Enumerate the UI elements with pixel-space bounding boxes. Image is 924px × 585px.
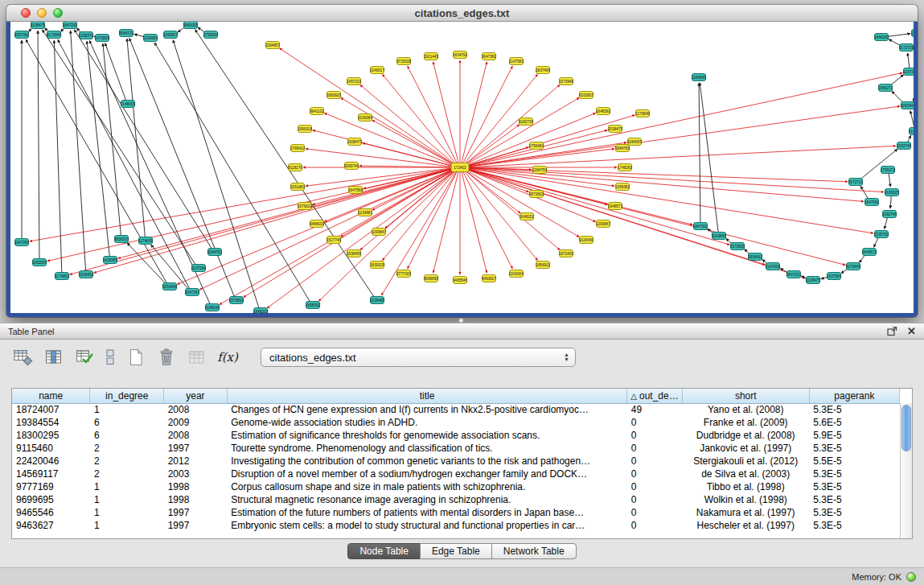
graph-node[interactable]: 1527746 (326, 237, 341, 244)
float-panel-icon[interactable] (887, 326, 897, 336)
graph-node[interactable]: 1647091 (864, 199, 879, 206)
graph-node[interactable]: 9384756 (615, 145, 630, 152)
graph-node[interactable]: 1947286 (14, 239, 29, 246)
tab-network-table[interactable]: Network Table (491, 543, 577, 559)
table-row[interactable]: 946362711997Embryonic stem cells: a mode… (12, 519, 900, 532)
graph-node[interactable]: 9102837 (579, 92, 593, 99)
tab-node-table[interactable]: Node Table (347, 543, 421, 559)
graph-node[interactable]: 9284055 (627, 138, 642, 146)
graph-node[interactable]: 1648392 (596, 108, 610, 115)
import-table-icon[interactable] (187, 348, 207, 367)
graph-node[interactable]: 9283746 (344, 163, 359, 170)
graph-node[interactable]: 2139485 (370, 297, 384, 304)
graph-node[interactable]: 1038475 (31, 22, 45, 29)
citation-graph[interactable]: 1724031834792192144597150382246017145723… (10, 22, 914, 313)
graph-node[interactable]: 1834792 (453, 51, 467, 59)
graph-node[interactable]: 9715038 (396, 58, 411, 65)
graph-node[interactable]: 2258370 (79, 32, 93, 39)
graph-node[interactable]: 1836492 (748, 253, 762, 261)
graph-node[interactable]: 2093746 (897, 142, 911, 150)
graph-node[interactable]: 2148305 (121, 101, 135, 108)
row-height-icon[interactable] (105, 348, 116, 367)
graph-node[interactable]: 1059382 (615, 183, 630, 191)
graph-node[interactable]: 1209384 (143, 35, 158, 42)
graph-node[interactable]: 1847566 (348, 187, 363, 194)
graph-node[interactable]: 9647201 (786, 271, 801, 278)
column-header-out_de[interactable]: △out_de… (627, 389, 682, 403)
graph-node[interactable]: 2242004 (509, 270, 524, 278)
graph-node[interactable]: 9699695 (424, 275, 438, 282)
graph-node[interactable]: 1573948 (559, 78, 573, 85)
column-header-pagerank[interactable]: pagerank (809, 389, 899, 403)
graph-node[interactable]: 2257259 (911, 30, 914, 37)
column-header-name[interactable]: name (12, 389, 90, 403)
graph-node[interactable]: 1847291 (63, 22, 77, 29)
graph-node[interactable]: 1846180 (874, 34, 889, 41)
graph-node[interactable]: 9481035 (183, 22, 198, 29)
graph-node[interactable]: 1172738 (909, 128, 914, 135)
graph-node[interactable]: 9641102 (310, 108, 324, 115)
table-row[interactable]: 1830029562008Estimation of significance … (12, 429, 900, 442)
tab-edge-table[interactable]: Edge Table (420, 543, 492, 559)
graph-node[interactable]: 1573820 (229, 297, 244, 304)
graph-node[interactable]: 9115460 (579, 237, 593, 244)
close-panel-icon[interactable]: ✕ (907, 327, 916, 336)
graph-node[interactable]: 1921445 (424, 53, 438, 60)
table-settings-icon[interactable] (13, 348, 34, 367)
graph-node[interactable]: 1693827 (163, 31, 178, 39)
window-titlebar[interactable]: citations_edges.txt (6, 5, 918, 22)
graph-node[interactable]: 1648202 (519, 213, 534, 220)
minimize-window-button[interactable] (37, 8, 47, 18)
graph-node[interactable]: 1837465 (536, 67, 550, 74)
graph-node[interactable]: 9465546 (453, 277, 467, 284)
graph-node[interactable]: 172403 (451, 163, 469, 172)
graph-node[interactable]: 1456911 (536, 262, 550, 269)
graph-node[interactable]: 9174852 (55, 273, 69, 280)
graph-node[interactable]: 9173840 (47, 31, 61, 39)
graph-node[interactable]: 2234981 (358, 209, 372, 216)
zoom-window-button[interactable] (53, 8, 63, 18)
graph-node[interactable]: 2051983 (290, 183, 305, 191)
new-table-icon[interactable] (125, 348, 146, 367)
table-selector-dropdown[interactable]: citations_edges.txt ▲▼ (261, 348, 576, 367)
graph-node[interactable]: 9572710 (848, 179, 863, 186)
graph-node[interactable]: 1990318 (298, 126, 312, 133)
graph-node[interactable]: 1956271 (878, 84, 893, 92)
graph-node[interactable]: 2094857 (265, 42, 280, 49)
column-header-short[interactable]: short (682, 389, 809, 403)
graph-node[interactable]: 1957382 (14, 31, 29, 39)
graph-node[interactable]: 1457233 (347, 78, 361, 85)
table-row[interactable]: 1938455462009Genome-wide association stu… (12, 416, 900, 429)
column-header-title[interactable]: title (227, 389, 627, 403)
column-header-year[interactable]: year (164, 389, 228, 403)
graph-node[interactable]: 1872400 (559, 250, 573, 257)
graph-node[interactable]: 1037284 (191, 265, 206, 272)
graph-node[interactable]: 9647382 (482, 53, 496, 60)
table-row[interactable]: 1456911722003Disruption of a novel membe… (12, 468, 900, 480)
table-row[interactable]: 911546021997Tourette syndrome. Phenomeno… (12, 442, 900, 455)
graph-node[interactable]: 1173849 (635, 110, 650, 117)
graph-node[interactable]: 1429385 (103, 257, 117, 264)
graph-node[interactable]: 1572839 (730, 243, 745, 250)
graph-node[interactable]: 2147038 (766, 263, 780, 270)
graph-node[interactable]: 9282944 (901, 102, 914, 109)
table-row[interactable]: 977716911998Corpus callosum shape and si… (12, 480, 900, 493)
graph-node[interactable]: 9463627 (482, 275, 496, 282)
graph-node[interactable]: 2246017 (370, 67, 384, 74)
close-window-button[interactable] (21, 8, 31, 18)
graph-node[interactable]: 1473829 (95, 35, 109, 42)
table-row[interactable]: 946554611997Estimation of the future num… (12, 506, 900, 519)
graph-node[interactable]: 1037364 (903, 68, 914, 76)
graph-node[interactable]: 1948573 (608, 203, 622, 210)
graph-node[interactable]: 1293847 (596, 220, 610, 228)
graph-node[interactable]: 1679102 (298, 203, 312, 210)
graph-node[interactable]: 1647283 (185, 289, 199, 296)
scrollbar-thumb[interactable] (901, 405, 911, 451)
graph-node[interactable]: 9777169 (396, 270, 411, 278)
table-row[interactable]: 969969511998Structural magnetic resonanc… (12, 493, 900, 506)
graph-node[interactable]: 1948203 (253, 308, 268, 314)
graph-node[interactable]: 1052839 (32, 259, 47, 266)
graph-node[interactable]: 1092746 (882, 211, 897, 218)
table-row[interactable]: 2242004622012Investigating the contribut… (12, 455, 900, 468)
delete-table-icon[interactable] (156, 348, 177, 367)
